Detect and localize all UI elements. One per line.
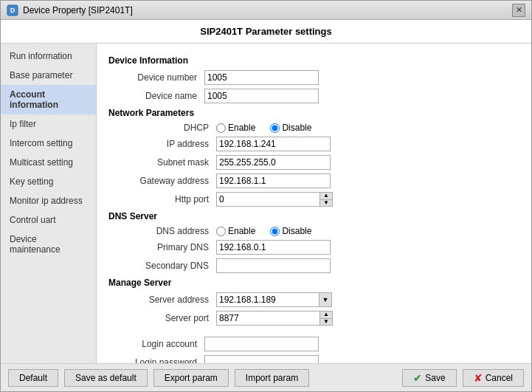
ip-address-row: IP address (120, 137, 519, 151)
primary-dns-row: Primary DNS (120, 240, 519, 255)
server-port-down-btn[interactable]: ▼ (320, 319, 332, 326)
default-button[interactable]: Default (8, 369, 58, 387)
manage-server-header: Manage Server (108, 278, 519, 288)
sidebar-item-account-information[interactable]: Account information (1, 85, 96, 114)
dns-disable-label: Disable (282, 226, 311, 236)
subnet-mask-input[interactable] (216, 155, 331, 170)
primary-dns-input[interactable] (216, 240, 331, 255)
import-param-label: Import param (246, 373, 298, 383)
window-header: SIP2401T Parameter settings (1, 20, 531, 44)
cancel-button[interactable]: ✘ Cancel (463, 369, 524, 387)
server-port-label: Server port (120, 313, 216, 323)
save-label: Save (425, 373, 445, 383)
dhcp-label: DHCP (120, 123, 216, 133)
window-icon: D (7, 4, 18, 16)
close-button[interactable]: ✕ (512, 4, 525, 17)
gateway-label: Gateway address (120, 176, 216, 186)
server-port-row: Server port ▲ ▼ (120, 311, 519, 326)
subnet-mask-row: Subnet mask (120, 155, 519, 170)
dhcp-disable-radio[interactable] (270, 123, 280, 133)
export-param-label: Export param (165, 373, 218, 383)
ip-address-label: IP address (120, 139, 216, 149)
sidebar-item-base-parameter[interactable]: Base parameter (1, 66, 96, 85)
http-port-down-btn[interactable]: ▼ (320, 200, 332, 207)
gateway-row: Gateway address (120, 173, 519, 188)
dns-enable-option[interactable]: Enable (216, 226, 255, 236)
login-account-row: Login account (108, 337, 519, 351)
ip-address-input[interactable] (216, 137, 331, 151)
http-port-input[interactable] (216, 192, 319, 207)
http-port-row: Http port ▲ ▼ (120, 192, 519, 207)
window-footer: Default Save as default Export param Imp… (1, 363, 531, 391)
secondary-dns-row: Secondary DNS (120, 258, 519, 273)
device-number-label: Device number (108, 72, 204, 83)
main-window: D Device Property [SIP2401T] ✕ SIP2401T … (0, 0, 532, 392)
dhcp-row: DHCP Enable Disable (120, 123, 519, 133)
device-name-label: Device name (108, 91, 204, 101)
sidebar-item-intercom-setting[interactable]: Intercom setting (1, 134, 96, 153)
default-label: Default (19, 373, 47, 383)
login-password-input[interactable] (204, 355, 319, 363)
server-address-dropdown-btn[interactable]: ▼ (319, 292, 332, 307)
dns-enable-label: Enable (228, 226, 255, 236)
login-password-row: Login password (108, 355, 519, 363)
http-port-spinner: ▲ ▼ (216, 192, 333, 207)
cancel-label: Cancel (486, 373, 513, 383)
http-port-spinner-buttons: ▲ ▼ (319, 192, 333, 207)
dhcp-disable-label: Disable (282, 123, 311, 133)
sidebar-item-monitor-ip-address[interactable]: Monitor ip address (1, 191, 96, 210)
dhcp-enable-label: Enable (228, 123, 255, 133)
server-address-label: Server address (120, 295, 216, 305)
secondary-dns-input[interactable] (216, 258, 331, 273)
import-param-button[interactable]: Import param (235, 369, 309, 387)
login-account-label: Login account (108, 339, 204, 349)
dhcp-enable-radio[interactable] (216, 123, 226, 133)
dhcp-disable-option[interactable]: Disable (270, 123, 311, 133)
sidebar-item-run-information[interactable]: Run information (1, 47, 96, 66)
server-address-input[interactable] (216, 292, 319, 307)
save-as-default-label: Save as default (75, 373, 137, 383)
dhcp-enable-option[interactable]: Enable (216, 123, 255, 133)
secondary-dns-label: Secondary DNS (120, 261, 216, 271)
device-number-input[interactable] (204, 70, 319, 85)
dns-radio-group: Enable Disable (216, 226, 311, 236)
dns-address-row: DNS address Enable Disable (120, 226, 519, 236)
export-param-button[interactable]: Export param (153, 369, 229, 387)
login-account-input[interactable] (204, 337, 319, 351)
sidebar-item-key-setting[interactable]: Key setting (1, 172, 96, 191)
save-button[interactable]: ✔ Save (402, 369, 456, 387)
subnet-mask-label: Subnet mask (120, 157, 216, 168)
sidebar-item-control-uart[interactable]: Control uart (1, 210, 96, 230)
gateway-input[interactable] (216, 173, 331, 188)
sidebar-item-device-maintenance[interactable]: Device maintenance (1, 230, 96, 259)
device-information-header: Device Information (108, 55, 519, 66)
dhcp-radio-group: Enable Disable (216, 123, 311, 133)
device-number-row: Device number (108, 70, 519, 85)
sidebar: Run information Base parameter Account i… (1, 44, 97, 363)
title-bar: D Device Property [SIP2401T] ✕ (1, 1, 531, 20)
server-port-input[interactable] (216, 311, 319, 326)
primary-dns-label: Primary DNS (120, 242, 216, 252)
save-as-default-button[interactable]: Save as default (64, 369, 148, 387)
cancel-x-icon: ✘ (474, 372, 483, 384)
main-content: Device Information Device number Device … (97, 44, 531, 363)
dns-server-header: DNS Server (108, 211, 519, 221)
device-name-row: Device name (108, 89, 519, 103)
sidebar-item-multicast-setting[interactable]: Multicast setting (1, 153, 96, 172)
dns-enable-radio[interactable] (216, 227, 226, 236)
sidebar-item-ip-filter[interactable]: Ip filter (1, 114, 96, 134)
http-port-label: Http port (120, 194, 216, 204)
dns-disable-option[interactable]: Disable (270, 226, 311, 236)
server-port-spinner: ▲ ▼ (216, 311, 333, 326)
title-bar-text: Device Property [SIP2401T] (23, 5, 133, 16)
server-address-dropdown: ▼ (216, 292, 332, 307)
server-address-row: Server address ▼ (120, 292, 519, 307)
network-parameters-header: Network Parameters (108, 108, 519, 118)
header-title: SIP2401T Parameter settings (200, 26, 331, 37)
svg-text:D: D (10, 7, 15, 14)
dns-address-label: DNS address (120, 226, 216, 236)
device-name-input[interactable] (204, 89, 319, 103)
server-port-spinner-buttons: ▲ ▼ (319, 311, 333, 326)
login-password-label: Login password (108, 357, 204, 363)
dns-disable-radio[interactable] (270, 227, 280, 236)
